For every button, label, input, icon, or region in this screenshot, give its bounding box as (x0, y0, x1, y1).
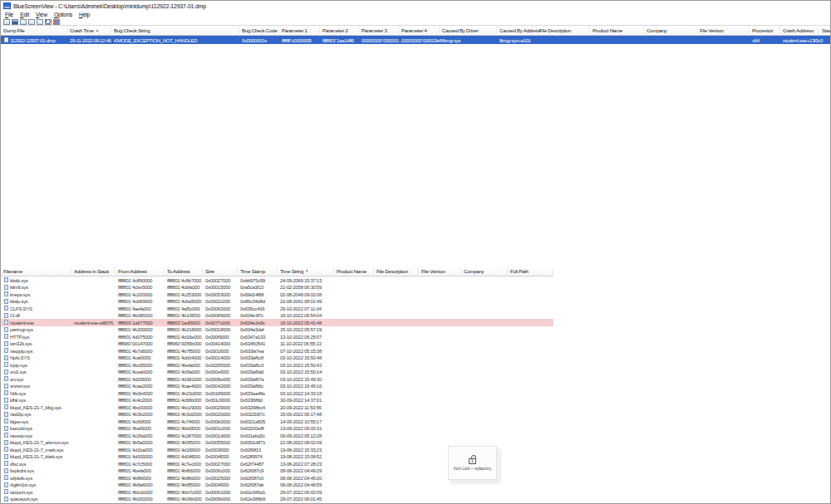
menu-view[interactable]: View (32, 11, 51, 18)
menu-file[interactable]: File (2, 11, 17, 18)
driver-row[interactable]: tcpip.sysfffff801`4bc95000fffff801`4befa… (1, 361, 553, 369)
driver-row[interactable]: Ntfs.sysfffff801`4b0b4000fffff801`4b23d0… (1, 389, 553, 397)
driver-row[interactable]: klgse.sysfffff801`4c69f000fffff801`4c74f… (1, 418, 553, 425)
cell-text: wfplwfs.sys (10, 475, 32, 481)
driver-row[interactable]: ntoskrnl.exentoskrnl.exe+d8076fffff803`1… (1, 319, 553, 326)
driver-row[interactable]: ksecdd.sysfffff801`4baf3000fffff801`4bb0… (1, 425, 553, 433)
column-header-product-name[interactable]: Product Name (334, 267, 374, 276)
driver-row[interactable]: kneps.sysfffff801`4c200000fffff801`4c253… (1, 291, 553, 298)
cell: 07-10-2022 05:15:38 (278, 348, 334, 354)
cell-text: raspptp.sys (10, 348, 32, 354)
dump-file-icon (4, 37, 8, 42)
column-header-caused-by-driver[interactable]: Caused By Driver (440, 26, 497, 36)
driver-row[interactable]: rasl2tp.sysfffff801`4b3b2000fffff801`4b3… (1, 411, 553, 418)
menu-edit[interactable]: Edit (17, 11, 32, 18)
driver-row[interactable]: srv2.sysfffff801`4ceab000fffff801`4cf9a0… (1, 369, 553, 376)
cell: fffff801`4caa2000 (116, 383, 165, 389)
menu-options[interactable]: Options (51, 11, 76, 18)
driver-row[interactable]: Cl.dllfffff801`4b086000fffff801`4b10f000… (1, 312, 553, 320)
driver-row[interactable]: CLFS.SYSfffff801`4aefa000fffff801`4af5c0… (1, 305, 553, 312)
column-header-size[interactable]: Size (203, 267, 238, 276)
column-header-file-description[interactable]: File Description (374, 267, 419, 276)
cell: 0x00189000 (203, 390, 238, 396)
column-header-stack-address-1[interactable]: Stack Address 1 (819, 26, 831, 36)
cell: fffff801`4b5a0000 (116, 439, 165, 445)
driver-row[interactable]: raspptp.sysfffff801`4b7d6000fffff801`4b7… (1, 347, 553, 355)
column-header-parameter-1[interactable]: Parameter 1 (279, 26, 320, 36)
properties-icon[interactable] (37, 19, 43, 25)
driver-row[interactable]: storport.sysfffff801`4bb1b000fffff801`4b… (1, 488, 553, 496)
cell-text: srv.sys (10, 376, 23, 382)
cell: 112922-12937-01.dmp (1, 37, 67, 43)
column-header-company[interactable]: Company (461, 267, 508, 276)
driver-file-icon (4, 306, 8, 311)
cell: fffff801`4c890000 (116, 277, 165, 283)
save-icon[interactable] (12, 19, 18, 25)
driver-row[interactable]: klwtp.sysfffff801`4cb89000fffff801`4cba5… (1, 298, 553, 306)
column-header-full-path[interactable]: Full Path (508, 267, 553, 276)
dump-row[interactable]: 112922-12937-01.dmp29-11-2022 09:12:46KM… (1, 36, 831, 44)
cell: 13-09-2022 06:00:31 (278, 425, 334, 431)
driver-file-icon (4, 362, 8, 367)
column-header-crash-address[interactable]: Crash Address (780, 26, 819, 36)
driver-row[interactable]: klupd_KES-21-7_arkmon.sysfffff801`4b5a00… (1, 439, 553, 447)
open-icon[interactable] (3, 19, 10, 25)
column-header-product-name[interactable]: Product Name (590, 26, 644, 36)
column-header-file-version[interactable]: File Version (419, 267, 461, 276)
cell: 0x633fa7ea (238, 348, 278, 354)
cell: 29-10-2022 07:11:04 (278, 306, 334, 311)
driver-row[interactable]: HTTP.sysfffff801`4d075000fffff801`4d16e0… (1, 333, 553, 340)
column-header-bug-check-code[interactable]: Bug Check Code (239, 26, 279, 36)
driver-row[interactable]: Npfs.SYSfffff801`4caf0000fffff801`4cb040… (1, 355, 553, 362)
cell: 22-08-2041 08:01:49 (278, 298, 334, 304)
column-header-file-description[interactable]: File Description (537, 26, 590, 36)
menu-help[interactable]: Help (76, 11, 93, 18)
driver-row[interactable]: srvnet.sysfffff801`4caa2000fffff801`4cae… (1, 383, 553, 390)
driver-row[interactable]: srv.sysfffff801`4d2f3000fffff801`4d38100… (1, 375, 553, 383)
cell: fffff801`4b0b4000 (116, 390, 165, 396)
numlock-osd-text: Num Lock — wyłączony (454, 467, 491, 471)
copy-icon[interactable] (20, 19, 27, 25)
column-header-parameter-4[interactable]: Parameter 4 (399, 26, 440, 36)
driver-row[interactable]: klwfp.sysfffff801`4c890000fffff801`4c8b7… (1, 276, 553, 284)
column-header-filename[interactable]: Filename (1, 267, 71, 276)
column-header-bug-check-string[interactable]: Bug Check String (111, 26, 239, 36)
column-header-crash-time[interactable]: Crash Time▲ (67, 26, 111, 36)
column-header-parameter-2[interactable]: Parameter 2 (320, 26, 359, 36)
column-header-dump-file[interactable]: Dump File (1, 26, 67, 36)
driver-row[interactable]: win32k.sysfffff960`00147000fffff960`0055… (1, 340, 553, 348)
column-header-caused-by-address[interactable]: Caused By Address (497, 26, 537, 36)
cell: 0x63298bc4 (238, 404, 278, 410)
column-header-file-version[interactable]: File Version (697, 26, 750, 36)
cell: fffff801`4bc95000 (116, 362, 165, 368)
column-header-processor[interactable]: Processor (750, 26, 780, 36)
cell: fffff801`4b8f5000 (165, 482, 203, 487)
cell: HTTP.sys (1, 334, 71, 340)
cell: fffff801`4c200000 (116, 291, 165, 297)
cell: fffff801`4c4c2000 (116, 397, 165, 403)
column-header-time-string[interactable]: Time String▼ (278, 267, 334, 276)
html-report-icon[interactable] (28, 19, 35, 25)
driver-row[interactable]: spaceport.sysfffff801`4b000000fffff801`4… (1, 496, 553, 503)
column-header-address-in-stack[interactable]: Address In Stack (71, 267, 116, 276)
crash-list-empty-area[interactable] (1, 44, 830, 267)
driver-file-icon (4, 313, 8, 318)
unlock-icon: 1 (468, 455, 477, 465)
column-header-from-address[interactable]: From Address (116, 267, 165, 276)
cell: fffff801`4bc00000 (116, 404, 165, 410)
driver-row[interactable]: partmgr.sysfffff801`4b200000fffff801`4b2… (1, 326, 553, 334)
driver-row[interactable]: AgileVpn.sysfffff801`4b8a6000fffff801`4b… (1, 482, 553, 489)
find-icon[interactable] (45, 19, 52, 25)
exit-icon[interactable] (53, 19, 60, 25)
column-header-time-stamp[interactable]: Time Stamp (238, 267, 278, 276)
driver-row[interactable]: klim6.sysfffff801`4cbe5000fffff801`4cbfa… (1, 284, 553, 291)
column-header-company[interactable]: Company (644, 26, 697, 36)
column-header-parameter-3[interactable]: Parameter 3 (359, 26, 399, 36)
cell: 0x86c04d8d (238, 298, 278, 304)
titlebar[interactable]: BlueScreenView - C:\Users\Adminek\Deskto… (1, 1, 830, 11)
driver-row[interactable]: rassstp.sysfffff801`4c26a000fffff801`4c2… (1, 432, 553, 439)
driver-row[interactable]: klhk.sysfffff801`4c4c2000fffff801`4c68b0… (1, 397, 553, 404)
column-header-to-address[interactable]: To Address (165, 267, 203, 276)
driver-row[interactable]: klupd_KES-21-7_klbg.sysfffff801`4bc00000… (1, 404, 553, 411)
cell: 11-10-2022 06:55:13 (278, 340, 334, 346)
